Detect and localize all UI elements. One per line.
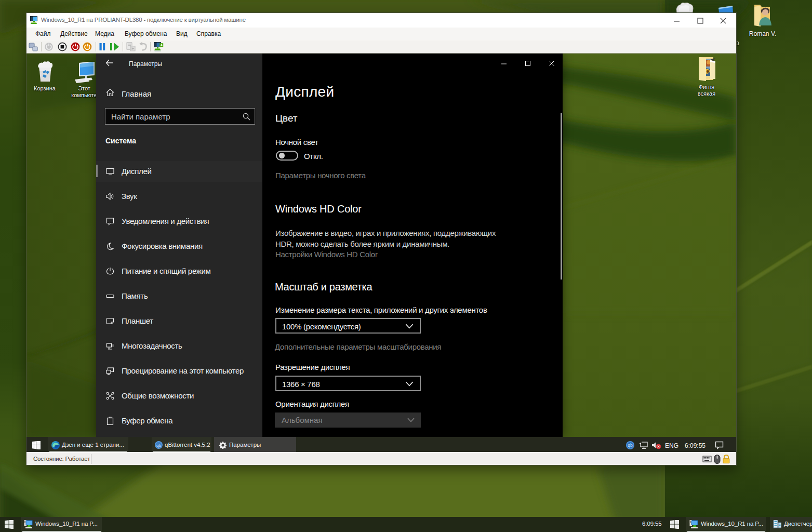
- svg-text:qb: qb: [628, 443, 633, 448]
- svg-text:qb: qb: [156, 443, 161, 448]
